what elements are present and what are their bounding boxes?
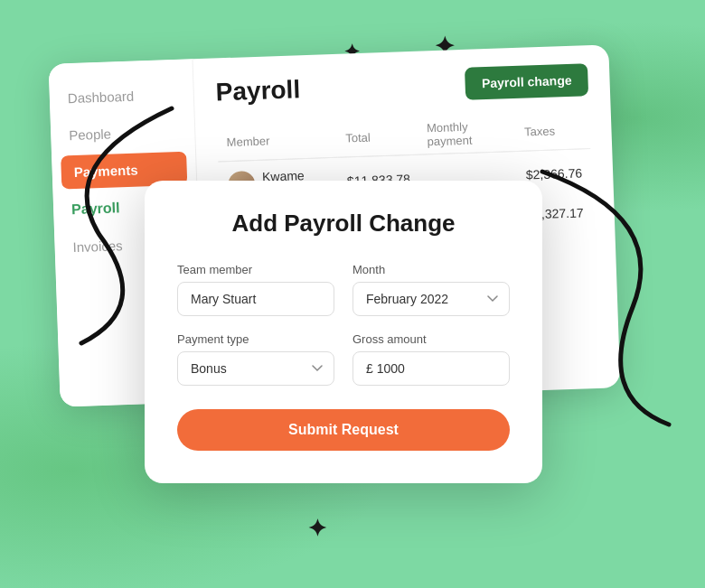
sparkle-icon-3: ✦: [307, 515, 327, 543]
gross-amount-group: Gross amount: [352, 332, 510, 386]
payroll-change-button[interactable]: Payroll change: [465, 63, 588, 100]
sidebar-item-people[interactable]: People: [51, 114, 195, 153]
main-header: Payroll Payroll change: [215, 63, 588, 108]
col-header-taxes: Taxes: [514, 110, 590, 151]
payment-type-select[interactable]: Bonus Commission Salary adjustment: [177, 351, 334, 386]
col-header-monthly: Monthly payment: [418, 113, 516, 154]
gross-amount-label: Gross amount: [352, 332, 510, 346]
month-group: Month January 2022 February 2022 March 2…: [352, 263, 510, 316]
team-member-label: Team member: [177, 263, 334, 276]
team-member-input[interactable]: [177, 282, 334, 316]
modal-card: Add Payroll Change Team member Month Jan…: [145, 181, 542, 483]
submit-button[interactable]: Submit Request: [177, 409, 510, 451]
gross-amount-input[interactable]: [352, 351, 510, 386]
col-header-member: Member: [217, 119, 337, 162]
modal-title: Add Payroll Change: [177, 210, 510, 238]
payment-type-label: Payment type: [177, 332, 334, 346]
sidebar-item-dashboard[interactable]: Dashboard: [49, 77, 193, 116]
page-title: Payroll: [215, 75, 300, 107]
form-row-top: Team member Month January 2022 February …: [177, 263, 510, 316]
payment-type-group: Payment type Bonus Commission Salary adj…: [177, 332, 334, 386]
team-member-group: Team member: [177, 263, 334, 316]
form-row-bottom: Payment type Bonus Commission Salary adj…: [177, 332, 510, 386]
month-select[interactable]: January 2022 February 2022 March 2022: [352, 282, 510, 316]
month-label: Month: [352, 263, 510, 276]
col-header-total: Total: [336, 117, 419, 158]
